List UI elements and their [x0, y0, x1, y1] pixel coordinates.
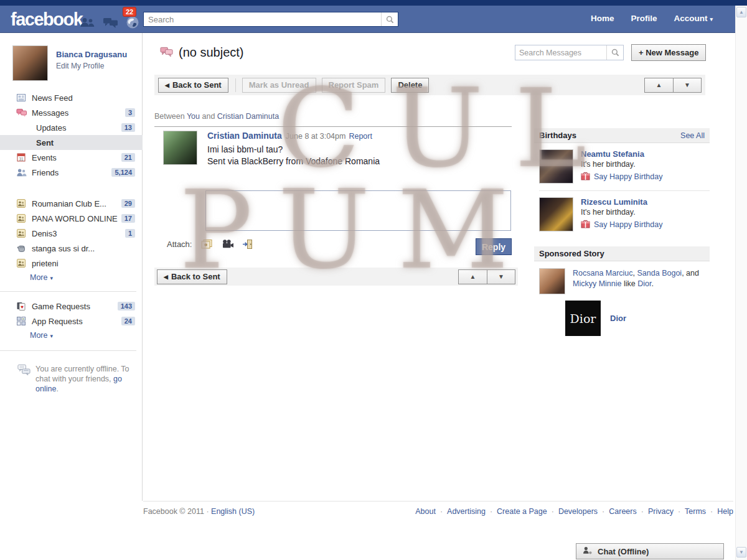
friend-requests-icon[interactable]: [80, 17, 95, 30]
footer-link-help[interactable]: Help: [717, 507, 733, 516]
birthday-text: It's her birthday.: [581, 160, 662, 169]
footer-link-create-a-page[interactable]: Create a Page: [497, 507, 547, 516]
footer-link-terms[interactable]: Terms: [685, 507, 706, 516]
scrollbar-down-button[interactable]: ▼: [736, 547, 746, 558]
sponsored-story-header: Sponsored Story: [534, 246, 710, 261]
sidebar-item-app-requests[interactable]: + App Requests 24: [0, 314, 143, 329]
facebook-page: CUL PUM facebook 22 Home Profile Accou: [0, 0, 747, 560]
footer-link-about[interactable]: About: [415, 507, 436, 516]
message-text-line: Imi lasi bbm-ul tau?: [207, 144, 380, 156]
sidebar-item-label: Updates: [36, 123, 66, 133]
sender-name-link[interactable]: Cristian Daminuta: [207, 131, 282, 141]
language-link[interactable]: English (US): [211, 507, 255, 516]
group-icon: [16, 258, 27, 269]
sidebar-item-label: Messages: [32, 108, 68, 118]
report-link[interactable]: Report: [349, 132, 372, 141]
new-message-button[interactable]: + New Message: [631, 44, 706, 61]
footer-separator: ·: [641, 507, 644, 516]
nav-profile-link[interactable]: Profile: [631, 14, 657, 23]
search-messages-input[interactable]: [515, 45, 606, 60]
message-toolbar: ◀Back to Sent Mark as Unread Report Spam…: [154, 75, 705, 95]
sidebar-group-item[interactable]: PANA WORLD ONLINE 17: [0, 211, 143, 226]
news-feed-icon: [16, 93, 27, 103]
messages-icon[interactable]: [103, 17, 118, 30]
sidebar-item-label: Events: [32, 153, 57, 162]
game-requests-count-badge: 143: [118, 302, 135, 310]
message-body: Cristian DaminutaJune 8 at 3:04pmReport …: [207, 131, 380, 167]
sidebar-group-item[interactable]: stanga sus si dr...: [0, 241, 143, 256]
notifications-globe-icon[interactable]: [126, 16, 139, 31]
see-all-link[interactable]: See All: [680, 131, 705, 140]
sidebar-item-sent[interactable]: Sent: [0, 135, 143, 150]
footer-link-careers[interactable]: Careers: [609, 507, 636, 516]
profile-picture[interactable]: [12, 45, 48, 81]
edit-profile-link[interactable]: Edit My Profile: [56, 62, 127, 70]
vertical-scrollbar: ▲ ▼: [735, 6, 747, 560]
birthday-avatar[interactable]: [539, 197, 573, 231]
requests-more-link[interactable]: More▾: [30, 331, 53, 340]
previous-message-button[interactable]: ▲: [645, 78, 673, 92]
search-messages-magnifier-button[interactable]: [606, 45, 623, 60]
group-count-badge: 1: [125, 229, 135, 238]
footer-link-privacy[interactable]: Privacy: [648, 507, 674, 516]
back-arrow-icon: ◀: [164, 274, 168, 280]
attach-video-icon[interactable]: [221, 239, 234, 250]
topbar-icons: [80, 16, 139, 31]
sidebar-item-label: Friends: [32, 168, 59, 177]
reply-button[interactable]: Reply: [476, 238, 512, 255]
birthday-name-link[interactable]: Rizescu Luminita: [581, 197, 662, 207]
liker-name-link[interactable]: Rocsana Marciuc: [573, 269, 633, 278]
say-happy-birthday-link[interactable]: Say Happy Birthday: [594, 172, 662, 181]
sidebar-group-item[interactable]: Roumanian Club E... 29: [0, 196, 143, 211]
sponsored-avatar[interactable]: [539, 268, 565, 294]
attach-photo-icon[interactable]: [200, 239, 213, 250]
footer-link-developers[interactable]: Developers: [558, 507, 598, 516]
participant-you-link[interactable]: You: [187, 112, 200, 121]
dior-page-link[interactable]: Dior: [610, 314, 626, 323]
say-happy-birthday-link[interactable]: Say Happy Birthday: [594, 220, 662, 229]
scrollbar-up-button[interactable]: ▲: [736, 7, 746, 17]
previous-message-button[interactable]: ▲: [459, 270, 487, 284]
liker-name-link[interactable]: Mickyy Minnie: [573, 279, 622, 288]
sidebar-group-item[interactable]: Denis3 1: [0, 226, 143, 241]
liker-name-link[interactable]: Sanda Bogoi: [637, 269, 682, 278]
sidebar-item-events[interactable]: 31 Events 21: [0, 150, 143, 165]
back-to-sent-button-bottom[interactable]: ◀Back to Sent: [157, 269, 227, 284]
back-to-sent-button[interactable]: ◀Back to Sent: [158, 78, 228, 93]
sidebar-item-updates[interactable]: Updates 13: [0, 120, 143, 135]
notification-count-badge[interactable]: 22: [123, 7, 136, 17]
birthdays-header: Birthdays See All: [534, 128, 710, 143]
right-sidebar: Birthdays See All Neamtu Stefania It's h…: [534, 128, 710, 336]
sidebar-item-messages[interactable]: Messages 3: [0, 105, 143, 120]
reply-textarea[interactable]: [205, 190, 511, 231]
profile-block: Bianca Dragusanu Edit My Profile: [12, 45, 127, 81]
svg-text:♥: ♥: [21, 304, 24, 310]
global-search-input[interactable]: [144, 12, 381, 26]
birthday-name-link[interactable]: Neamtu Stefania: [581, 149, 662, 159]
footer-link-advertising[interactable]: Advertising: [447, 507, 486, 516]
birthday-avatar[interactable]: [539, 149, 573, 184]
sidebar-item-news-feed[interactable]: News Feed: [0, 90, 143, 105]
sidebar-item-friends[interactable]: Friends 5,124: [0, 165, 143, 180]
facebook-logo[interactable]: facebook: [11, 9, 82, 30]
profile-name-link[interactable]: Bianca Dragusanu: [56, 50, 127, 59]
thread-title-row: (no subject): [160, 45, 244, 60]
participant-name-link[interactable]: Cristian Daminuta: [217, 112, 279, 121]
delete-button[interactable]: Delete: [391, 78, 429, 93]
sender-avatar[interactable]: [163, 131, 197, 165]
chat-offline-bar[interactable]: Chat (Offline): [576, 543, 724, 559]
brand-link[interactable]: Dior: [637, 279, 651, 288]
attach-door-icon[interactable]: [242, 239, 253, 250]
birthday-entry: Rizescu Luminita It's her birthday. Say …: [534, 191, 710, 238]
groups-more-link[interactable]: More▾: [30, 273, 53, 282]
footer-separator: ·: [440, 507, 443, 516]
nav-account-menu[interactable]: Account▾: [674, 14, 713, 23]
group-icon: [16, 198, 27, 209]
sidebar-item-game-requests[interactable]: ♥ Game Requests 143: [0, 299, 143, 314]
nav-home-link[interactable]: Home: [591, 14, 614, 23]
dior-logo[interactable]: Dior: [565, 301, 601, 336]
next-message-button[interactable]: ▼: [673, 78, 701, 92]
sidebar-group-item[interactable]: prieteni: [0, 256, 143, 271]
next-message-button[interactable]: ▼: [487, 270, 515, 284]
search-magnifier-button[interactable]: [381, 12, 398, 26]
